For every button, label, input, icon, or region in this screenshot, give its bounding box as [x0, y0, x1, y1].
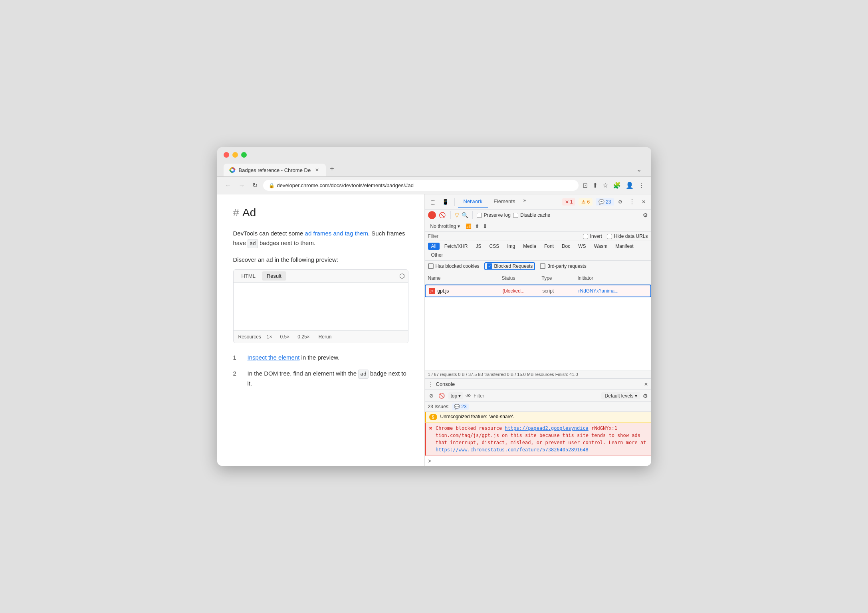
error-badge[interactable]: ✕ 1 — [562, 198, 576, 206]
console-settings-button[interactable]: ⚙ — [643, 393, 648, 399]
console-input[interactable] — [434, 458, 648, 464]
type-fetch-xhr[interactable]: Fetch/XHR — [441, 243, 471, 250]
disable-cache-checkbox[interactable]: Disable cache — [513, 212, 550, 218]
type-wasm[interactable]: Wasm — [591, 243, 611, 250]
throttle-select[interactable]: No throttling ▾ — [428, 223, 463, 230]
error-link2[interactable]: https://www.chromestatus.com/feature/573… — [436, 447, 589, 453]
console-badge[interactable]: 💬 23 — [596, 198, 614, 206]
preserve-log-checkbox[interactable]: Preserve log — [477, 212, 511, 218]
tab-html[interactable]: HTML — [237, 271, 260, 281]
maximize-button[interactable] — [241, 152, 247, 158]
devtools-menu-button[interactable]: ⋮ — [626, 196, 638, 207]
invert-checkbox[interactable]: Invert — [583, 233, 602, 239]
filter-input[interactable] — [428, 233, 580, 239]
blocked-requests-label[interactable]: ✓ Blocked Requests — [487, 263, 533, 269]
has-blocked-cookies-text: Has blocked cookies — [436, 263, 480, 269]
preview-3d-icon[interactable]: ⬡ — [399, 272, 405, 280]
console-target-selector[interactable]: top ▾ — [448, 392, 464, 399]
console-block-button[interactable]: 🚫 — [437, 392, 446, 400]
back-button[interactable]: ← — [224, 180, 233, 191]
type-manifest[interactable]: Manifest — [612, 243, 636, 250]
has-blocked-cookies-label[interactable]: Has blocked cookies — [428, 263, 480, 269]
inspect-element-link[interactable]: Inspect the element — [248, 354, 300, 361]
ad-badge-inline: ad — [248, 239, 258, 248]
tab-network[interactable]: Network — [458, 196, 488, 208]
address-input[interactable]: 🔒 developer.chrome.com/docs/devtools/ele… — [263, 180, 579, 191]
error-link1[interactable]: https://pagead2.googlesyndica — [505, 425, 589, 431]
menu-icon[interactable]: ⋮ — [638, 182, 645, 189]
close-button[interactable] — [224, 152, 229, 158]
default-levels-selector[interactable]: Default levels ▾ — [601, 392, 640, 399]
issues-badge[interactable]: 💬 23 — [452, 403, 468, 410]
type-js[interactable]: JS — [473, 243, 485, 250]
bookmark-icon[interactable]: ☆ — [602, 182, 608, 189]
type-img[interactable]: Img — [504, 243, 518, 250]
forward-button[interactable]: → — [237, 180, 247, 191]
tab-result[interactable]: Result — [262, 271, 286, 281]
third-party-label[interactable]: 3rd-party requests — [540, 263, 586, 269]
active-tab[interactable]: Badges reference - Chrome De ✕ — [224, 164, 326, 176]
traffic-lights — [224, 152, 645, 158]
cursor-tool-button[interactable]: ⬚ — [428, 197, 438, 207]
minimize-button[interactable] — [232, 152, 238, 158]
console-drag-handle[interactable]: ⋮ — [428, 382, 433, 387]
blocked-requests-checkbox[interactable]: ✓ — [487, 263, 492, 269]
intro-paragraph: DevTools can detect some ad frames and t… — [233, 229, 408, 248]
disable-cache-label: Disable cache — [520, 212, 550, 218]
type-all[interactable]: All — [428, 243, 440, 250]
ad-frames-link[interactable]: ad frames and tag them — [305, 230, 368, 237]
filter-icon[interactable]: ▽ — [455, 212, 459, 218]
has-blocked-cookies-checkbox[interactable] — [428, 263, 434, 269]
clear-button[interactable]: 🚫 — [438, 211, 446, 219]
extensions-icon[interactable]: 🧩 — [613, 182, 621, 189]
console-close-button[interactable]: ✕ — [644, 382, 648, 387]
type-ws[interactable]: WS — [575, 243, 589, 250]
hide-data-urls-checkbox[interactable]: Hide data URLs — [607, 233, 648, 239]
type-media[interactable]: Media — [520, 243, 539, 250]
profile-icon[interactable]: 👤 — [626, 182, 634, 189]
devtools-top-toolbar: ⬚ 📱 Network Elements » ✕ 1 ⚠ 6 — [425, 194, 651, 210]
network-settings-icon[interactable]: ⚙ — [643, 212, 648, 218]
hide-data-urls-input[interactable] — [607, 234, 612, 239]
console-filter-input[interactable] — [474, 393, 599, 399]
share-icon[interactable]: ⬆ — [593, 182, 598, 189]
tab-menu-button[interactable]: ⌄ — [633, 162, 645, 176]
search-icon[interactable]: 🔍 — [462, 212, 468, 218]
resources-label: Resources — [238, 334, 261, 340]
rerun-button[interactable]: Rerun — [315, 333, 335, 340]
tab-close-button[interactable]: ✕ — [314, 167, 320, 173]
console-clear-button[interactable]: ⊘ — [428, 392, 435, 400]
type-doc[interactable]: Doc — [559, 243, 573, 250]
third-party-checkbox[interactable] — [540, 263, 545, 269]
disable-cache-input[interactable] — [513, 213, 518, 218]
type-other[interactable]: Other — [428, 251, 446, 259]
error-text1: Chrome blocked resource — [436, 425, 505, 431]
row-type-cell: script — [539, 285, 575, 297]
devtools-close-button[interactable]: ✕ — [639, 198, 648, 206]
console-eye-button[interactable]: 👁 — [466, 393, 471, 399]
warning-badge[interactable]: ⚠ 6 — [579, 198, 593, 206]
invert-input[interactable] — [583, 234, 588, 239]
type-font[interactable]: Font — [541, 243, 557, 250]
new-tab-button[interactable]: + — [327, 162, 337, 176]
zoom-05x[interactable]: 0.5× — [278, 333, 292, 340]
devtools-settings-button[interactable]: ⚙ — [616, 198, 625, 206]
issues-label: 23 Issues: — [428, 404, 450, 409]
type-css[interactable]: CSS — [486, 243, 503, 250]
zoom-1x[interactable]: 1× — [264, 333, 275, 340]
refresh-button[interactable]: ↻ — [251, 180, 259, 191]
file-icon: js — [429, 288, 435, 294]
warning-count: 6 — [587, 199, 590, 205]
error-icon: ✕ — [565, 199, 569, 205]
network-table: Name Status Type Initiator Waterfall ▲ j… — [425, 272, 651, 370]
code-preview-box: HTML Result ⬡ Resources 1× 0.5× 0.25× Re… — [233, 269, 408, 343]
tab-elements[interactable]: Elements — [488, 196, 521, 208]
device-tool-button[interactable]: 📱 — [440, 197, 451, 207]
preserve-log-input[interactable] — [477, 213, 482, 218]
more-tabs-button[interactable]: » — [521, 196, 528, 208]
record-button[interactable] — [428, 211, 436, 219]
table-row[interactable]: js gpt.js (blocked... script rNdGNYx?ani… — [425, 285, 651, 297]
col-waterfall: Waterfall ▲ — [648, 274, 651, 283]
zoom-025x[interactable]: 0.25× — [295, 333, 312, 340]
cast-icon[interactable]: ⊡ — [583, 182, 588, 189]
